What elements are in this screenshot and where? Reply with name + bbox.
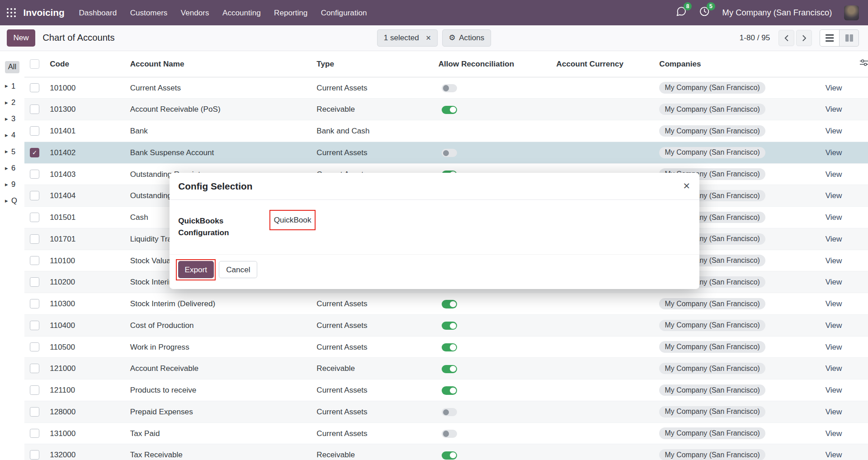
table-row[interactable]: ✓101402Bank Suspense AccountCurrent Asse… [24,142,868,163]
menu-item-accounting[interactable]: Accounting [218,4,265,21]
quickbooks-config-select[interactable]: QuickBook [274,215,311,225]
column-settings-icon[interactable] [860,59,868,68]
reconcile-toggle[interactable] [442,365,457,373]
row-checkbox[interactable] [30,429,39,438]
col-header-type[interactable]: Type [312,51,434,77]
view-button[interactable]: View [826,234,842,243]
cancel-button[interactable]: Cancel [219,261,257,278]
menu-item-configuration[interactable]: Configuration [316,4,371,21]
row-checkbox[interactable] [30,104,39,114]
row-checkbox[interactable] [30,191,39,200]
company-switcher[interactable]: My Company (San Francisco) [722,8,832,18]
reconcile-toggle[interactable] [442,343,457,351]
menu-item-dashboard[interactable]: Dashboard [75,4,121,21]
row-checkbox[interactable] [30,256,39,266]
reconcile-toggle[interactable] [442,106,457,114]
app-name[interactable]: Invoicing [23,7,64,18]
row-checkbox[interactable] [30,213,39,222]
view-button[interactable]: View [826,170,842,179]
view-button[interactable]: View [826,148,842,157]
reconcile-toggle[interactable] [442,386,457,394]
sidebar-group-5[interactable]: ▶5 [0,144,24,160]
apps-grid-icon[interactable] [7,8,16,18]
view-button[interactable]: View [826,385,842,394]
table-row[interactable]: 131000Tax PaidCurrent AssetsMy Company (… [24,422,868,444]
reconcile-toggle[interactable] [442,84,457,92]
row-checkbox[interactable] [30,407,39,417]
reconcile-toggle[interactable] [442,451,457,460]
view-button[interactable]: View [826,191,842,200]
view-button[interactable]: View [826,342,842,351]
row-checkbox[interactable] [30,342,39,352]
row-checkbox[interactable] [30,126,39,136]
activities-button[interactable]: 5 [699,6,710,19]
new-button[interactable]: New [7,29,36,47]
reconcile-toggle[interactable] [442,149,457,157]
table-row[interactable]: 132000Tax ReceivableReceivableMy Company… [24,444,868,460]
col-header-account-currency[interactable]: Account Currency [552,51,655,77]
view-button[interactable]: View [826,83,842,92]
table-row[interactable]: 121100Products to receiveCurrent AssetsM… [24,379,868,401]
messages-button[interactable]: 8 [675,6,687,19]
list-view-button[interactable] [820,29,840,47]
reconcile-toggle[interactable] [442,430,457,438]
view-button[interactable]: View [826,407,842,416]
row-checkbox[interactable] [30,170,39,179]
menu-item-customers[interactable]: Customers [126,4,172,21]
row-checkbox[interactable] [30,83,39,93]
row-checkbox[interactable] [30,364,39,373]
menu-item-reporting[interactable]: Reporting [269,4,312,21]
pager-previous-button[interactable] [778,30,795,46]
row-checkbox[interactable] [30,299,39,308]
sidebar-group-6[interactable]: ▶6 [0,160,24,176]
col-header-account-name[interactable]: Account Name [126,51,312,77]
view-button[interactable]: View [826,321,842,330]
sidebar-filter-all[interactable]: All [5,61,19,73]
view-button[interactable]: View [826,213,842,222]
row-checkbox[interactable]: ✓ [30,148,39,157]
row-checkbox[interactable] [30,234,39,244]
view-button[interactable]: View [826,299,842,308]
table-row[interactable]: 101300Account Receivable (PoS)Receivable… [24,99,868,120]
kanban-view-button[interactable] [839,29,859,47]
table-row[interactable]: 128000Prepaid ExpensesCurrent AssetsMy C… [24,401,868,422]
col-header-companies[interactable]: Companies [655,51,821,77]
actions-button[interactable]: ⚙ Actions [442,29,491,47]
row-checkbox[interactable] [30,277,39,287]
view-button[interactable]: View [826,256,842,265]
menu-item-vendors[interactable]: Vendors [176,4,213,21]
user-avatar[interactable] [844,5,859,20]
view-button[interactable]: View [826,277,842,286]
caret-right-icon: ▶ [5,101,8,105]
sidebar-group-4[interactable]: ▶4 [0,127,24,143]
view-button[interactable]: View [826,429,842,438]
col-header-allow-reconciliation[interactable]: Allow Reconciliation [434,51,552,77]
reconcile-toggle[interactable] [442,300,457,308]
view-button[interactable]: View [826,364,842,373]
row-checkbox[interactable] [30,385,39,395]
pager-next-button[interactable] [796,30,812,46]
modal-close-icon[interactable]: ✕ [683,182,690,191]
table-row[interactable]: 110500Work in ProgressCurrent AssetsMy C… [24,336,868,358]
view-button[interactable]: View [826,450,842,459]
table-row[interactable]: 101401BankBank and CashMy Company (San F… [24,120,868,142]
reconcile-toggle[interactable] [442,408,457,416]
row-checkbox[interactable] [30,321,39,330]
table-row[interactable]: 121000Account ReceivableReceivableMy Com… [24,358,868,379]
view-button[interactable]: View [826,104,842,114]
reconcile-toggle[interactable] [442,322,457,330]
table-row[interactable]: 101000Current AssetsCurrent AssetsMy Com… [24,77,868,99]
export-button[interactable]: Export [178,261,214,278]
col-header-code[interactable]: Code [45,51,126,77]
view-button[interactable]: View [826,126,842,135]
sidebar-group-1[interactable]: ▶1 [0,78,24,95]
table-row[interactable]: 110300Stock Interim (Delivered)Current A… [24,293,868,315]
sidebar-group-q[interactable]: ▶Q [0,193,24,209]
table-row[interactable]: 110400Cost of ProductionCurrent AssetsMy… [24,314,868,336]
sidebar-group-2[interactable]: ▶2 [0,95,24,111]
row-checkbox[interactable] [30,450,39,460]
clear-selection-icon[interactable]: ✕ [425,34,431,42]
sidebar-group-9[interactable]: ▶9 [0,176,24,193]
sidebar-group-3[interactable]: ▶3 [0,111,24,127]
select-all-checkbox[interactable] [30,59,39,69]
